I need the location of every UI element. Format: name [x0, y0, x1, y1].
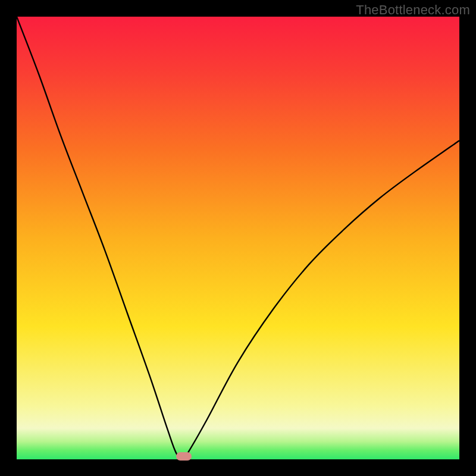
chart-frame: TheBottleneck.com — [0, 0, 476, 476]
optimal-marker — [176, 452, 192, 461]
bottleneck-curve — [17, 17, 459, 459]
plot-area — [17, 17, 459, 459]
watermark: TheBottleneck.com — [356, 2, 470, 18]
curve-layer — [17, 17, 459, 459]
